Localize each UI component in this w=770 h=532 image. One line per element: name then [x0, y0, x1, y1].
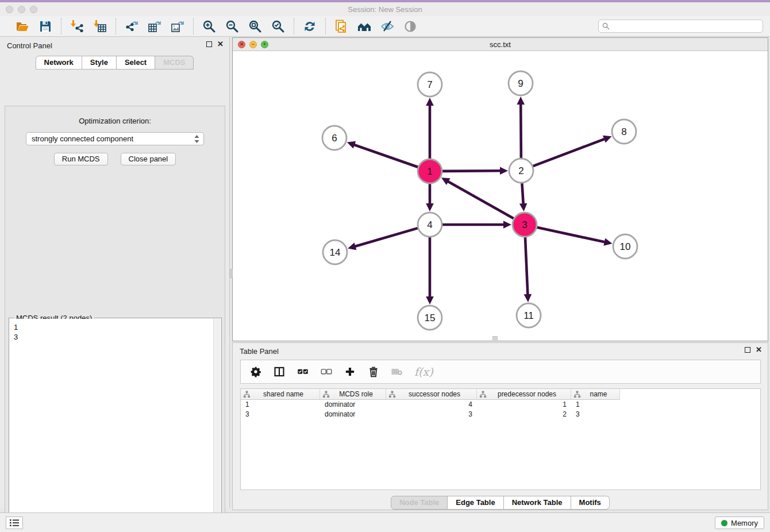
column-header-shared-name[interactable]: shared name	[241, 389, 320, 400]
control-panel-title: Control Panel	[7, 41, 52, 50]
run-mcds-button[interactable]: Run MCDS	[54, 153, 108, 165]
float-table-panel-icon[interactable]	[745, 347, 750, 353]
table-cell[interactable]: 4	[386, 400, 477, 410]
edge-3-11[interactable]	[525, 237, 528, 296]
column-header-MCDS-role[interactable]: MCDS role	[320, 389, 386, 400]
mcds-result-list[interactable]: 13	[10, 319, 221, 532]
search-box[interactable]	[598, 20, 763, 33]
edge-2-3[interactable]	[522, 183, 523, 205]
select-all-icon[interactable]	[297, 365, 309, 378]
refresh-icon[interactable]	[302, 19, 317, 34]
network-canvas[interactable]: 1234678910111415	[233, 51, 768, 341]
export-image-icon[interactable]	[170, 19, 185, 34]
search-input[interactable]	[612, 22, 759, 30]
table-header-row: shared nameMCDS rolesuccessor nodesprede…	[241, 389, 760, 400]
export-table-icon[interactable]	[147, 19, 162, 34]
optimization-criterion-dropdown[interactable]: strongly connected component	[26, 132, 204, 145]
hide-selected-icon[interactable]	[380, 19, 395, 34]
edge-1-2[interactable]	[442, 171, 502, 171]
deselect-all-icon[interactable]	[320, 365, 333, 378]
zoom-fit-icon[interactable]	[248, 19, 263, 34]
list-icon	[9, 519, 20, 527]
zoom-in-icon[interactable]	[202, 19, 217, 34]
close-panel-button[interactable]: Close panel	[121, 153, 176, 165]
tab-network-table[interactable]: Network Table	[504, 496, 571, 510]
column-header-successor-nodes[interactable]: successor nodes	[386, 389, 477, 400]
table-cell[interactable]: dominator	[320, 410, 386, 419]
node-label-1: 1	[427, 166, 432, 177]
mcds-result-line: 1	[14, 322, 221, 332]
tab-style[interactable]: Style	[82, 56, 117, 70]
control-panel-tabs: NetworkStyleSelectMCDS	[0, 56, 229, 70]
edge-2-9[interactable]	[521, 103, 521, 158]
table-row[interactable]: 3dominator323	[241, 410, 760, 419]
add-column-icon[interactable]	[344, 365, 356, 378]
zoom-selected-icon[interactable]	[271, 19, 286, 34]
first-neighbors-icon[interactable]	[357, 19, 372, 34]
table-cell[interactable]: 3	[571, 410, 620, 419]
edge-3-10[interactable]	[537, 228, 606, 242]
arrowhead-3-10	[603, 238, 612, 246]
open-session-icon[interactable]	[15, 19, 30, 34]
node-label-2: 2	[518, 165, 523, 176]
arrowhead-3-11	[524, 294, 532, 302]
task-history-button[interactable]	[6, 516, 23, 529]
memory-status-icon	[721, 520, 727, 526]
mcds-panel: Optimization criterion: strongly connect…	[5, 106, 225, 532]
arrowhead-1-4	[426, 203, 434, 211]
tab-node-table[interactable]: Node Table	[391, 496, 448, 510]
column-header-predecessor-nodes[interactable]: predecessor nodes	[477, 389, 571, 400]
import-table-icon[interactable]	[93, 19, 107, 34]
tab-motifs[interactable]: Motifs	[571, 496, 610, 510]
arrowhead-1-6	[347, 141, 356, 149]
arrowhead-2-9	[517, 97, 525, 105]
node-label-6: 6	[332, 133, 337, 144]
table-cell[interactable]: dominator	[320, 400, 386, 410]
edge-1-6[interactable]	[353, 144, 418, 167]
network-window-titlebar[interactable]: ✕ − + scc.txt	[233, 38, 768, 51]
node-table[interactable]: shared nameMCDS rolesuccessor nodesprede…	[240, 388, 761, 490]
network-graph[interactable]: 1234678910111415	[233, 51, 768, 341]
column-layout-icon[interactable]	[273, 365, 286, 378]
function-builder-button[interactable]: f(x)	[414, 365, 433, 378]
memory-button[interactable]: Memory	[715, 516, 764, 529]
save-session-icon[interactable]	[38, 19, 53, 34]
close-table-panel-icon[interactable]: ✕	[756, 347, 762, 353]
import-network-icon[interactable]	[70, 19, 84, 34]
splitter-handle[interactable]	[229, 269, 233, 278]
table-cell[interactable]: 1	[241, 400, 320, 410]
canvas-horizontal-scroll-nub[interactable]	[492, 336, 498, 340]
table-settings-icon[interactable]	[249, 365, 262, 378]
delete-column-icon[interactable]	[367, 365, 380, 378]
table-tabs: Node TableEdge TableNetwork TableMotifs	[233, 496, 768, 510]
table-cell[interactable]: 3	[241, 410, 320, 419]
tab-mcds[interactable]: MCDS	[155, 56, 194, 70]
optimization-criterion-label: Optimization criterion:	[5, 117, 225, 125]
table-cell[interactable]: 3	[386, 410, 477, 419]
tab-select[interactable]: Select	[117, 56, 155, 70]
new-network-from-selection-icon[interactable]	[334, 19, 349, 34]
edge-3-1[interactable]	[447, 181, 514, 219]
dropdown-spinner-icon	[194, 134, 200, 145]
show-all-icon[interactable]	[403, 19, 418, 34]
result-scrollbar[interactable]	[213, 319, 221, 532]
zoom-out-icon[interactable]	[225, 19, 240, 34]
table-row[interactable]: 1dominator411	[241, 400, 760, 410]
table-cell[interactable]: 2	[477, 410, 571, 419]
table-cell[interactable]: 1	[477, 400, 571, 410]
node-label-11: 11	[523, 310, 534, 321]
tab-edge-table[interactable]: Edge Table	[448, 496, 503, 510]
arrowhead-4-14	[348, 242, 356, 250]
node-label-7: 7	[427, 79, 432, 90]
network-window-title: scc.txt	[233, 40, 768, 49]
column-header-name[interactable]: name	[571, 389, 620, 400]
export-network-icon[interactable]	[124, 19, 139, 34]
node-label-10: 10	[620, 241, 631, 252]
float-panel-icon[interactable]	[206, 41, 212, 47]
tab-network[interactable]: Network	[36, 56, 82, 70]
edge-4-14[interactable]	[354, 228, 418, 246]
close-panel-icon[interactable]: ✕	[217, 41, 224, 47]
delete-table-icon[interactable]	[391, 365, 403, 378]
table-cell[interactable]: 1	[571, 400, 620, 410]
edge-2-8[interactable]	[533, 138, 606, 166]
